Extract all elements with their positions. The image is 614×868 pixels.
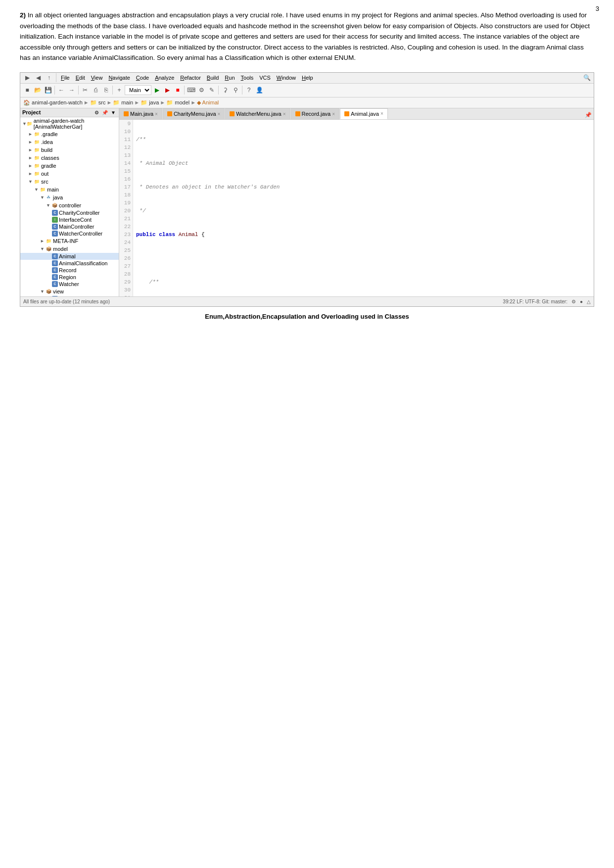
tab-watcher-menu[interactable]: WatcherMenu.java ×: [225, 108, 290, 119]
menu-vcs[interactable]: VCS: [257, 74, 273, 81]
tree-item-watcher[interactable]: C Watcher: [20, 281, 119, 288]
toolbar-save[interactable]: 💾: [43, 85, 53, 95]
tab-record[interactable]: Record.java ×: [291, 108, 340, 119]
tab-close-animal[interactable]: ×: [380, 111, 383, 116]
tree-item-java[interactable]: ▼ ☘ java: [20, 193, 119, 201]
toolbar-run[interactable]: ▶: [152, 85, 162, 95]
project-gear-icon[interactable]: ⚙: [94, 109, 100, 116]
tree-item-animal[interactable]: C Animal: [20, 253, 119, 260]
breadcrumb-main[interactable]: 📁 main: [113, 99, 133, 106]
tree-item-out[interactable]: ► 📁 out: [20, 170, 119, 178]
tree-charity-controller-icon: C: [52, 210, 58, 216]
menu-analyze[interactable]: Analyze: [152, 74, 177, 81]
tree-item-main-controller[interactable]: C MainController: [20, 223, 119, 230]
toolbar-stop[interactable]: ■: [173, 85, 183, 95]
tree-label-build: build: [41, 147, 52, 153]
tab-close-main[interactable]: ×: [155, 111, 158, 117]
toolbar-icon-1[interactable]: ▶: [22, 73, 32, 83]
toolbar-vcs[interactable]: ⚳: [220, 85, 230, 95]
tree-item-main[interactable]: ▼ 📁 main: [20, 186, 119, 193]
menu-code[interactable]: Code: [134, 74, 151, 81]
toolbar-git[interactable]: ⚲: [231, 85, 240, 95]
tree-controller-icon: 📦: [51, 202, 58, 209]
tree-item-view[interactable]: ▼ 📦 view: [20, 288, 119, 295]
tree-item-charity-menu[interactable]: C CharityMenu: [20, 295, 119, 296]
tree-item-meta-inf[interactable]: ► 📁 META-INF: [20, 237, 119, 245]
tree-item-interface-cont[interactable]: I InterfaceCont: [20, 216, 119, 223]
status-icon-notify[interactable]: ●: [580, 299, 583, 304]
toolbar-settings[interactable]: ⚙: [196, 85, 206, 95]
sep-t1: [54, 86, 55, 95]
tree-item-classes[interactable]: ► 📁 classes: [20, 154, 119, 162]
tree-item-model[interactable]: ▼ 📦 model: [20, 245, 119, 253]
tree-item-gradle[interactable]: ► 📁 .gradle: [20, 130, 119, 138]
tree-item-watcher-controller[interactable]: C WatcherController: [20, 230, 119, 237]
tree-arrow-view: ▼: [40, 289, 45, 294]
project-collapse-icon[interactable]: ▼: [110, 109, 117, 116]
menu-refactor[interactable]: Refactor: [178, 74, 203, 81]
run-config-dropdown[interactable]: Main: [125, 85, 151, 95]
tab-close-watcher[interactable]: ×: [283, 111, 286, 117]
breadcrumb-root[interactable]: 🏠 animal-garden-watch: [23, 99, 83, 106]
toolbar-icon-arrow-up[interactable]: ↑: [44, 73, 54, 83]
tab-close-charity[interactable]: ×: [218, 111, 221, 117]
toolbar-undo[interactable]: ←: [56, 85, 66, 95]
status-icon-gear[interactable]: ⚙: [571, 299, 576, 304]
search-everywhere-btn[interactable]: 🔍: [582, 73, 592, 83]
tab-main-java[interactable]: Main.java ×: [119, 108, 162, 119]
tree-label-meta: META-INF: [53, 238, 78, 244]
tree-item-animal-classification[interactable]: C AnimalClassification: [20, 260, 119, 267]
menu-edit[interactable]: Edit: [73, 74, 88, 81]
toolbar-find[interactable]: +: [114, 85, 124, 95]
menu-help[interactable]: Help: [299, 74, 316, 81]
code-editor[interactable]: 9 10 11 12 13 14 15 16 17 18 19: [119, 120, 594, 296]
toolbar-copy[interactable]: ⎙: [91, 85, 100, 95]
tree-item-idea[interactable]: ► 📁 .idea: [20, 138, 119, 146]
code-content[interactable]: /** * Animal Object * Denotes an object …: [133, 120, 594, 296]
project-panel: Project ⚙ 📌 ▼ ▼ 📁 animal-garden-watch [A…: [20, 108, 119, 296]
tab-close-record[interactable]: ×: [332, 111, 335, 117]
toolbar-new[interactable]: ■: [22, 85, 32, 95]
tab-charity-menu[interactable]: CharityMenu.java ×: [163, 108, 225, 119]
caption: Enum,Abstraction,Encapsulation and Overl…: [20, 313, 594, 320]
tree-label-model: model: [53, 246, 68, 252]
toolbar-more[interactable]: 👤: [254, 85, 264, 95]
menu-build[interactable]: Build: [204, 74, 221, 81]
toolbar: ■ 📂 💾 ← → ✂ ⎙ ⎘ + Main ▶ ▶ ■ ⌨: [20, 84, 594, 97]
tree-build-icon: 📁: [33, 146, 40, 153]
toolbar-icon-2[interactable]: ◀: [33, 73, 43, 83]
tab-animal[interactable]: Animal.java ×: [340, 108, 388, 119]
menu-file[interactable]: File: [58, 74, 72, 81]
tree-item-gradle2[interactable]: ► 📁 gradle: [20, 162, 119, 170]
tree-root[interactable]: ▼ 📁 animal-garden-watch [AnimalWatcherGa…: [20, 117, 119, 130]
toolbar-paste[interactable]: ⎘: [101, 85, 111, 95]
tree-arrow-model: ▼: [40, 246, 45, 251]
breadcrumb-animal[interactable]: ◆ Animal: [197, 99, 219, 106]
breadcrumb-java[interactable]: 📁 java: [141, 99, 159, 106]
tree-item-charity-controller[interactable]: C CharityController: [20, 209, 119, 216]
tab-pin-btn[interactable]: 📌: [583, 111, 594, 119]
menu-view[interactable]: View: [89, 74, 105, 81]
toolbar-build[interactable]: ⌨: [186, 85, 196, 95]
toolbar-help[interactable]: ?: [244, 85, 254, 95]
project-panel-header: Project ⚙ 📌 ▼: [20, 108, 119, 117]
status-icon-alert[interactable]: △: [587, 299, 591, 304]
toolbar-redo[interactable]: →: [67, 85, 77, 95]
tree-gradle-icon: 📁: [33, 131, 40, 138]
breadcrumb-model[interactable]: 📁 model: [166, 99, 189, 106]
tree-item-src[interactable]: ▼ 📁 src: [20, 178, 119, 186]
toolbar-sdk[interactable]: ✎: [207, 85, 217, 95]
tree-item-controller[interactable]: ▼ 📦 controller: [20, 201, 119, 209]
tree-item-record[interactable]: C Record: [20, 267, 119, 274]
menu-navigate[interactable]: Navigate: [106, 74, 132, 81]
toolbar-cut[interactable]: ✂: [80, 85, 90, 95]
breadcrumb-src[interactable]: 📁 src: [90, 99, 106, 106]
menu-tools[interactable]: Tools: [238, 74, 256, 81]
tree-item-build[interactable]: ► 📁 build: [20, 146, 119, 154]
project-pin-icon[interactable]: 📌: [101, 109, 109, 116]
toolbar-debug[interactable]: ▶: [162, 85, 172, 95]
toolbar-open[interactable]: 📂: [33, 85, 43, 95]
menu-run[interactable]: Run: [222, 74, 237, 81]
tree-item-region[interactable]: C Region: [20, 274, 119, 281]
menu-window[interactable]: Window: [274, 74, 298, 81]
